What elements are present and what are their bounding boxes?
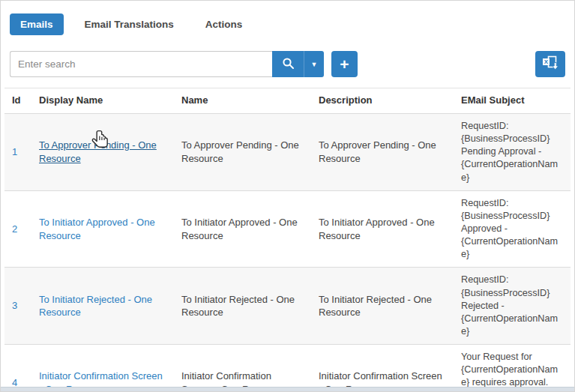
emails-table: Id Display Name Name Description EMail S… (4, 88, 571, 392)
emails-admin-page: Emails Email Translations Actions ▼ + (0, 0, 575, 392)
search-group: ▼ (10, 51, 324, 77)
tab-bar: Emails Email Translations Actions (1, 1, 574, 35)
add-button[interactable]: + (331, 51, 358, 77)
column-header-id: Id (4, 88, 31, 114)
name-cell: To Approver Pending - One Resource (174, 114, 311, 191)
table-row: 4 Initiator Confirmation Screen - One Re… (4, 345, 571, 392)
display-name-cell: To Initiator Rejected - One Resource (31, 268, 174, 345)
table-header: Id Display Name Name Description EMail S… (4, 88, 571, 114)
display-name-cell: Initiator Confirmation Screen - One Reso… (31, 345, 174, 392)
subject-cell: RequestID: {BusinessProcessID} Pending A… (454, 114, 571, 191)
column-header-display-name: Display Name (31, 88, 174, 114)
row-id: 3 (4, 268, 31, 345)
svg-text:X: X (544, 58, 548, 65)
description-cell: To Approver Pending - One Resource (311, 114, 454, 191)
plus-icon: + (340, 56, 349, 72)
tab-actions[interactable]: Actions (195, 13, 253, 35)
subject-cell: Your Request for {CurrentOperationName} … (454, 345, 571, 392)
column-header-name: Name (174, 88, 311, 114)
tab-emails[interactable]: Emails (10, 13, 64, 35)
column-header-description: Description (311, 88, 454, 114)
row-id: 1 (4, 114, 31, 191)
description-cell: Initiator Confirmation Screen - One Reso… (311, 345, 454, 392)
chevron-down-icon: ▼ (311, 61, 318, 68)
row-id: 2 (4, 190, 31, 268)
display-name-cell: To Initiator Approved - One Resource (31, 190, 174, 268)
subject-cell: RequestID: {BusinessProcessID} Approved … (454, 190, 571, 268)
name-cell: Initiator Confirmation Screen - One Reso… (174, 345, 311, 392)
table-row: 1 To Approver Pending - One Resource To … (4, 114, 571, 191)
tab-email-translations[interactable]: Email Translations (74, 13, 184, 35)
table-body: 1 To Approver Pending - One Resource To … (4, 114, 571, 392)
row-id: 4 (4, 345, 31, 392)
display-name-link[interactable]: To Approver Pending - One Resource (39, 139, 157, 164)
export-excel-button[interactable]: X (535, 51, 565, 77)
name-cell: To Initiator Approved - One Resource (174, 190, 311, 268)
display-name-link[interactable]: To Initiator Rejected - One Resource (39, 294, 152, 319)
subject-cell: RequestID: {BusinessProcessID} Rejected … (454, 268, 571, 345)
excel-export-icon: X (542, 55, 559, 73)
description-cell: To Initiator Rejected - One Resource (311, 268, 454, 345)
horizontal-scrollbar[interactable] (1, 387, 574, 391)
search-input[interactable] (10, 51, 272, 77)
search-options-dropdown[interactable]: ▼ (304, 51, 324, 77)
column-header-email-subject: EMail Subject (454, 88, 571, 114)
display-name-cell: To Approver Pending - One Resource (31, 114, 174, 191)
toolbar: ▼ + X (1, 35, 574, 77)
description-cell: To Initiator Approved - One Resource (311, 190, 454, 268)
search-button[interactable] (272, 51, 304, 77)
table-row: 3 To Initiator Rejected - One Resource T… (4, 268, 571, 345)
name-cell: To Initiator Rejected - One Resource (174, 268, 311, 345)
search-icon (282, 57, 295, 72)
table-row: 2 To Initiator Approved - One Resource T… (4, 190, 571, 268)
display-name-link[interactable]: To Initiator Approved - One Resource (39, 217, 155, 241)
